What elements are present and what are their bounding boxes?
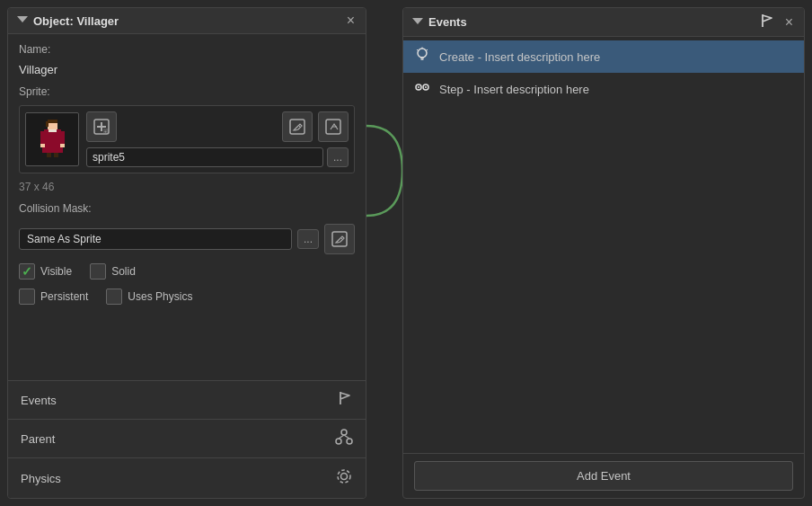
events-flag-icon xyxy=(337,390,353,410)
collapse-icon[interactable] xyxy=(17,16,28,25)
sprite-label: Sprite: xyxy=(19,85,355,98)
svg-point-27 xyxy=(347,439,352,444)
copy-sprite-icon xyxy=(325,119,341,135)
collision-mask-input[interactable] xyxy=(19,228,292,250)
step-event-icon xyxy=(414,79,430,99)
workspace: Object: Villager × Name: Villager Sprite… xyxy=(0,0,812,506)
event-item-step[interactable]: Step - Insert description here xyxy=(403,73,804,105)
svg-rect-5 xyxy=(49,129,57,132)
visible-checkmark: ✓ xyxy=(22,264,32,279)
svg-line-36 xyxy=(417,49,418,50)
sprite-name-input[interactable] xyxy=(86,147,323,167)
parent-tree-icon xyxy=(335,429,353,445)
svg-rect-9 xyxy=(60,144,65,147)
svg-rect-12 xyxy=(46,157,51,160)
solid-checkbox[interactable] xyxy=(90,263,106,280)
add-sprite-button[interactable]: + xyxy=(86,111,117,142)
edit-collision-button[interactable] xyxy=(324,224,355,254)
name-label: Name: xyxy=(19,43,355,56)
svg-rect-13 xyxy=(54,157,59,160)
create-event-icon xyxy=(414,47,430,67)
events-button-label: Events xyxy=(21,394,57,407)
add-sprite-icon: + xyxy=(93,119,110,135)
svg-point-26 xyxy=(336,439,341,444)
edit-sprite-icon xyxy=(289,119,305,135)
persistent-checkbox-item: Persistent xyxy=(19,289,88,305)
object-panel-title: Object: Villager xyxy=(33,14,119,28)
add-event-footer: Add Event xyxy=(403,453,804,498)
object-panel-close[interactable]: × xyxy=(345,13,357,28)
solid-checkbox-item: Solid xyxy=(90,263,136,280)
events-panel-title: Events xyxy=(428,15,467,29)
name-value: Villager xyxy=(19,63,355,76)
parent-button[interactable]: Parent xyxy=(8,420,366,458)
object-panel: Object: Villager × Name: Villager Sprite… xyxy=(7,7,366,499)
svg-point-30 xyxy=(341,474,348,480)
uses-physics-label: Uses Physics xyxy=(128,290,192,303)
svg-line-28 xyxy=(339,435,344,439)
edit-collision-icon xyxy=(331,231,348,247)
sprite-more-button[interactable]: ... xyxy=(327,147,349,167)
physics-icon xyxy=(335,467,353,489)
sprite-controls: + xyxy=(86,111,349,167)
svg-line-20 xyxy=(298,125,300,127)
gear-icon xyxy=(335,467,353,485)
parent-icon xyxy=(335,429,353,448)
flag-icon xyxy=(337,390,353,406)
connector-svg xyxy=(366,54,402,324)
sprite-buttons-row: + xyxy=(86,111,349,142)
persistent-checkbox[interactable] xyxy=(19,289,35,305)
visible-checkbox[interactable]: ✓ xyxy=(19,263,35,280)
sprite-preview xyxy=(25,112,79,166)
svg-rect-7 xyxy=(60,131,65,144)
svg-point-32 xyxy=(418,49,427,58)
sprite-image xyxy=(36,119,69,160)
object-panel-body: Name: Villager Sprite: xyxy=(8,34,366,380)
svg-point-25 xyxy=(341,430,347,435)
sprite-name-row: ... xyxy=(86,147,349,167)
physics-button-label: Physics xyxy=(21,472,61,485)
solid-label: Solid xyxy=(111,265,136,278)
checkboxes-row-2: Persistent Uses Physics xyxy=(19,289,355,305)
physics-button[interactable]: Physics xyxy=(8,458,366,498)
svg-line-37 xyxy=(427,49,428,50)
flag-header-icon xyxy=(760,13,774,28)
uses-physics-checkbox-item: Uses Physics xyxy=(106,289,192,305)
sprite-size: 37 x 46 xyxy=(19,181,355,193)
events-list: Create - Insert description here Step - … xyxy=(403,37,804,453)
collision-row: ... xyxy=(19,224,355,254)
events-header-left: Events xyxy=(412,15,467,29)
copy-sprite-button[interactable] xyxy=(318,111,349,142)
visible-label: Visible xyxy=(40,265,72,278)
header-left: Object: Villager xyxy=(17,14,119,28)
sprite-section: + xyxy=(19,105,355,173)
event-item-create[interactable]: Create - Insert description here xyxy=(403,40,804,73)
svg-point-41 xyxy=(425,86,427,88)
events-button[interactable]: Events xyxy=(8,381,366,420)
uses-physics-checkbox[interactable] xyxy=(106,289,122,305)
svg-rect-6 xyxy=(40,131,45,144)
svg-rect-1 xyxy=(48,120,57,123)
connector xyxy=(366,0,402,506)
persistent-label: Persistent xyxy=(40,290,88,303)
events-panel: Events × xyxy=(402,7,805,499)
collision-more-button[interactable]: ... xyxy=(297,229,319,249)
svg-rect-2 xyxy=(46,121,49,127)
events-flag-header-icon xyxy=(760,13,774,31)
svg-line-29 xyxy=(344,435,349,439)
parent-button-label: Parent xyxy=(21,432,55,446)
add-event-button[interactable]: Add Event xyxy=(414,461,793,491)
svg-point-40 xyxy=(418,86,419,88)
events-collapse-icon[interactable] xyxy=(412,18,423,27)
edit-sprite-button[interactable] xyxy=(282,111,313,142)
events-panel-close[interactable]: × xyxy=(783,15,795,30)
events-header-right: × xyxy=(760,13,795,31)
checkboxes-row-1: ✓ Visible Solid xyxy=(19,263,355,280)
step-event-label: Step - Insert description here xyxy=(439,83,589,96)
svg-point-31 xyxy=(338,470,350,483)
events-panel-header: Events × xyxy=(403,8,804,37)
svg-line-24 xyxy=(340,237,342,239)
object-panel-header: Object: Villager × xyxy=(8,8,366,34)
svg-text:+: + xyxy=(104,129,107,134)
visible-checkbox-item: ✓ Visible xyxy=(19,263,72,280)
